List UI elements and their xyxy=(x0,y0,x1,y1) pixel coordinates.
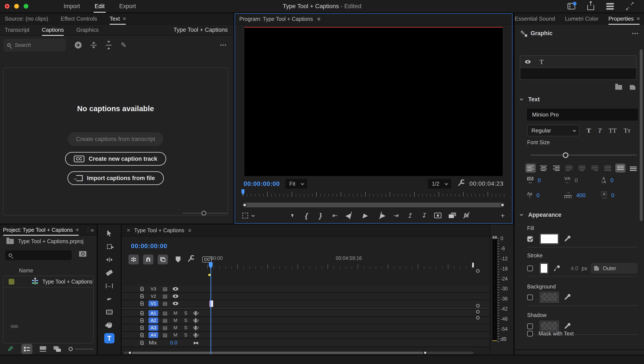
panel-tab[interactable]: Essential Sound xyxy=(515,16,555,22)
track-lock-icon[interactable] xyxy=(141,303,144,306)
project-zoom-slider[interactable] xyxy=(69,347,97,351)
align-right-button[interactable] xyxy=(551,164,561,172)
add-marker-icon[interactable]: ▼ xyxy=(289,212,296,219)
toggle-track-output-icon[interactable] xyxy=(173,294,178,298)
audio-track-row[interactable]: A4 M S xyxy=(122,332,513,339)
track-lock-icon[interactable] xyxy=(141,320,144,322)
voiceover-record-icon[interactable] xyxy=(195,333,197,336)
scrollbar-dot[interactable] xyxy=(476,316,480,320)
panel-tab[interactable]: Properties xyxy=(608,16,640,22)
layer-visibility-icon[interactable] xyxy=(525,60,531,64)
solo-track-button[interactable]: S xyxy=(183,310,188,316)
scrollbar-right-handle[interactable] xyxy=(423,350,428,354)
lift-icon[interactable]: ↥ xyxy=(406,212,413,219)
header-mode-tab[interactable]: Export xyxy=(119,2,136,11)
stroke-style-select[interactable]: Outer xyxy=(591,263,637,274)
workspaces-icon[interactable] xyxy=(567,3,575,10)
linked-selection-toggle[interactable] xyxy=(158,254,168,264)
vertical-top-button[interactable] xyxy=(615,164,625,172)
mark-out-icon[interactable]: } xyxy=(317,212,324,220)
track-lock-icon[interactable] xyxy=(141,296,144,298)
panel-menu-icon[interactable] xyxy=(123,16,126,22)
font-family-select[interactable]: Minion Pro xyxy=(527,109,637,120)
solo-track-button[interactable]: S xyxy=(183,332,188,338)
voiceover-record-icon[interactable] xyxy=(195,311,197,314)
step-forward-icon[interactable]: ▕▶ xyxy=(376,212,385,219)
audio-meters[interactable]: 0-6-12-18-24-30-36-42-48-54dB xyxy=(490,224,513,354)
text-subtab[interactable]: Transcript xyxy=(5,26,30,33)
track-target-label[interactable]: A3 xyxy=(148,325,158,331)
track-target-label[interactable]: A2 xyxy=(148,318,158,324)
vertical-bottom-button[interactable] xyxy=(628,164,638,172)
leading-value[interactable]: 0 xyxy=(610,177,613,184)
track-lock-icon[interactable] xyxy=(141,289,144,291)
quick-export-icon[interactable] xyxy=(587,5,594,10)
search-bins-icon[interactable] xyxy=(79,251,86,257)
program-mini-timeline-ruler[interactable] xyxy=(243,190,504,196)
mix-track-row[interactable]: Mix 0.0 xyxy=(122,339,513,347)
font-style-select[interactable]: Regular xyxy=(527,125,579,136)
split-caption-icon[interactable] xyxy=(91,42,97,49)
panel-tab[interactable]: Effect Controls xyxy=(61,16,97,22)
import-captions-from-file-button[interactable]: Import captions from file xyxy=(68,171,164,185)
small-caps-button[interactable]: Tᴛ xyxy=(623,127,630,134)
global-fx-mute-icon[interactable]: fx xyxy=(463,212,470,219)
scrollbar-thumb[interactable] xyxy=(129,352,426,354)
step-back-icon[interactable]: ◀▏ xyxy=(345,212,355,219)
sync-lock-icon[interactable] xyxy=(163,310,168,316)
track-target-label[interactable]: V2 xyxy=(148,293,158,299)
text-subtab[interactable]: Captions xyxy=(42,26,64,33)
scrollbar-right-handle[interactable] xyxy=(500,202,505,207)
track-target-label[interactable]: V3 xyxy=(148,286,158,292)
eyedropper-icon[interactable] xyxy=(565,324,569,328)
voiceover-record-icon[interactable] xyxy=(195,318,197,322)
timeline-horizontal-scrollbar[interactable] xyxy=(124,352,473,354)
list-view-button[interactable] xyxy=(21,344,33,354)
slip-tool[interactable] xyxy=(104,281,115,291)
go-to-out-icon[interactable]: ⇥ xyxy=(392,212,399,219)
scrollbar-left-handle[interactable] xyxy=(242,202,247,207)
collapse-icon[interactable] xyxy=(520,213,523,216)
chevron-down-icon[interactable] xyxy=(251,214,255,217)
shadow-color-swatch[interactable] xyxy=(540,321,558,331)
track-target-label[interactable]: A4 xyxy=(148,332,158,338)
font-size-slider[interactable] xyxy=(531,152,637,158)
captions-overflow-menu-icon[interactable] xyxy=(220,42,227,48)
mask-with-text-checkbox[interactable] xyxy=(527,331,533,336)
audio-track-row[interactable]: A1 M S xyxy=(122,310,513,317)
play-icon[interactable]: ▶ xyxy=(361,212,369,219)
stroke-width-value[interactable]: 4.0 xyxy=(571,265,578,272)
fill-color-swatch[interactable] xyxy=(540,234,558,244)
timeline-current-timecode[interactable]: 00:00:00:00 xyxy=(131,242,167,250)
sequence-tab-label[interactable]: Type Tool + Captions xyxy=(134,227,184,234)
comparison-view-icon[interactable] xyxy=(448,212,456,218)
graphic-overflow-menu-icon[interactable] xyxy=(632,31,639,36)
video-track-row[interactable]: V3 xyxy=(122,286,513,293)
timeline-settings-icon[interactable] xyxy=(188,257,192,262)
merge-caption-icon[interactable] xyxy=(106,42,112,49)
track-lock-icon[interactable] xyxy=(141,313,144,315)
justify-last-left-button[interactable] xyxy=(564,164,574,172)
solo-track-button[interactable]: S xyxy=(183,325,188,330)
close-sequence-icon[interactable] xyxy=(127,227,130,234)
fullscreen-icon[interactable] xyxy=(626,2,634,10)
track-target-label[interactable]: A1 xyxy=(148,310,158,316)
project-scrollbar-thumb[interactable] xyxy=(11,325,18,328)
program-zoom-scrollbar[interactable] xyxy=(243,202,504,207)
mute-track-button[interactable]: M xyxy=(173,318,178,323)
panel-tab[interactable]: Text xyxy=(110,16,126,22)
justify-last-center-button[interactable] xyxy=(577,164,587,172)
safe-margins-icon[interactable] xyxy=(242,213,248,218)
header-mode-tab[interactable]: Edit xyxy=(94,2,105,11)
create-new-caption-track-button[interactable]: CC Create new caption track xyxy=(65,152,166,166)
track-lock-icon[interactable] xyxy=(141,342,144,345)
background-checkbox[interactable] xyxy=(527,294,533,300)
timeline-ruler[interactable]: :00:00 00:04:59:16 xyxy=(207,254,475,269)
project-search-input[interactable] xyxy=(5,250,72,260)
text-layer-row[interactable]: T xyxy=(520,56,636,68)
insert-as-nest-toggle[interactable] xyxy=(128,254,139,264)
stroke-color-swatch[interactable] xyxy=(540,263,548,273)
toggle-track-output-icon[interactable] xyxy=(173,302,178,305)
scrollbar-dot[interactable] xyxy=(476,304,480,308)
panel-tab[interactable]: Lumetri Color xyxy=(565,16,598,22)
